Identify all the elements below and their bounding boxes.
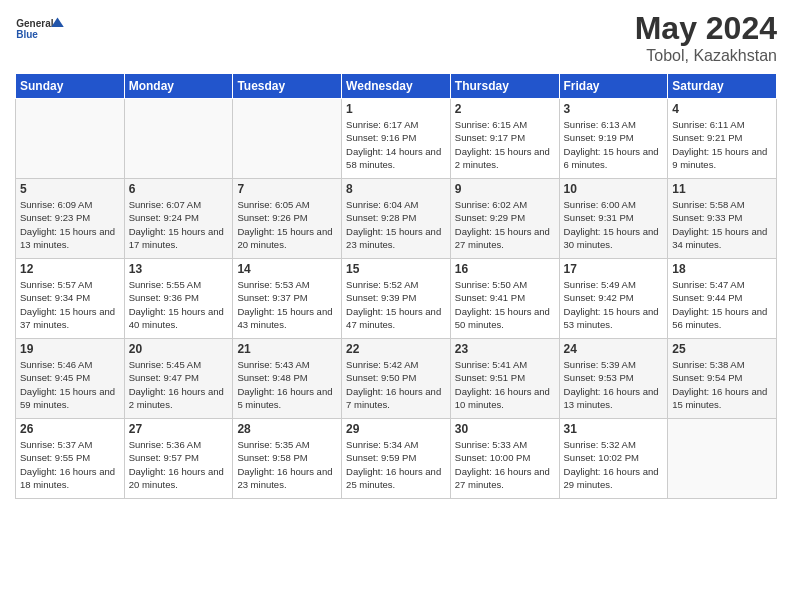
day-number: 17 <box>564 262 664 276</box>
calendar-cell: 31Sunrise: 5:32 AM Sunset: 10:02 PM Dayl… <box>559 419 668 499</box>
calendar-cell: 26Sunrise: 5:37 AM Sunset: 9:55 PM Dayli… <box>16 419 125 499</box>
calendar-week-row: 19Sunrise: 5:46 AM Sunset: 9:45 PM Dayli… <box>16 339 777 419</box>
svg-text:General: General <box>16 18 53 29</box>
day-info: Sunrise: 5:33 AM Sunset: 10:00 PM Daylig… <box>455 438 555 491</box>
day-info: Sunrise: 5:57 AM Sunset: 9:34 PM Dayligh… <box>20 278 120 331</box>
day-info: Sunrise: 5:42 AM Sunset: 9:50 PM Dayligh… <box>346 358 446 411</box>
day-info: Sunrise: 5:36 AM Sunset: 9:57 PM Dayligh… <box>129 438 229 491</box>
col-thursday: Thursday <box>450 74 559 99</box>
col-friday: Friday <box>559 74 668 99</box>
col-sunday: Sunday <box>16 74 125 99</box>
calendar-cell: 19Sunrise: 5:46 AM Sunset: 9:45 PM Dayli… <box>16 339 125 419</box>
calendar-week-row: 5Sunrise: 6:09 AM Sunset: 9:23 PM Daylig… <box>16 179 777 259</box>
day-number: 27 <box>129 422 229 436</box>
calendar-cell: 9Sunrise: 6:02 AM Sunset: 9:29 PM Daylig… <box>450 179 559 259</box>
day-number: 18 <box>672 262 772 276</box>
day-info: Sunrise: 5:53 AM Sunset: 9:37 PM Dayligh… <box>237 278 337 331</box>
day-number: 12 <box>20 262 120 276</box>
day-info: Sunrise: 6:07 AM Sunset: 9:24 PM Dayligh… <box>129 198 229 251</box>
page-container: General Blue May 2024 Tobol, Kazakhstan … <box>0 0 792 509</box>
day-info: Sunrise: 5:34 AM Sunset: 9:59 PM Dayligh… <box>346 438 446 491</box>
day-info: Sunrise: 5:32 AM Sunset: 10:02 PM Daylig… <box>564 438 664 491</box>
calendar-cell: 14Sunrise: 5:53 AM Sunset: 9:37 PM Dayli… <box>233 259 342 339</box>
calendar-cell: 11Sunrise: 5:58 AM Sunset: 9:33 PM Dayli… <box>668 179 777 259</box>
calendar-cell: 23Sunrise: 5:41 AM Sunset: 9:51 PM Dayli… <box>450 339 559 419</box>
day-info: Sunrise: 5:37 AM Sunset: 9:55 PM Dayligh… <box>20 438 120 491</box>
col-tuesday: Tuesday <box>233 74 342 99</box>
calendar-cell: 25Sunrise: 5:38 AM Sunset: 9:54 PM Dayli… <box>668 339 777 419</box>
day-number: 1 <box>346 102 446 116</box>
day-info: Sunrise: 5:43 AM Sunset: 9:48 PM Dayligh… <box>237 358 337 411</box>
day-number: 13 <box>129 262 229 276</box>
calendar-cell: 22Sunrise: 5:42 AM Sunset: 9:50 PM Dayli… <box>342 339 451 419</box>
calendar-cell: 3Sunrise: 6:13 AM Sunset: 9:19 PM Daylig… <box>559 99 668 179</box>
day-info: Sunrise: 6:05 AM Sunset: 9:26 PM Dayligh… <box>237 198 337 251</box>
day-number: 2 <box>455 102 555 116</box>
day-number: 20 <box>129 342 229 356</box>
day-number: 21 <box>237 342 337 356</box>
day-info: Sunrise: 5:49 AM Sunset: 9:42 PM Dayligh… <box>564 278 664 331</box>
calendar-cell <box>124 99 233 179</box>
day-info: Sunrise: 5:46 AM Sunset: 9:45 PM Dayligh… <box>20 358 120 411</box>
day-number: 19 <box>20 342 120 356</box>
day-info: Sunrise: 5:47 AM Sunset: 9:44 PM Dayligh… <box>672 278 772 331</box>
day-number: 5 <box>20 182 120 196</box>
calendar-cell: 27Sunrise: 5:36 AM Sunset: 9:57 PM Dayli… <box>124 419 233 499</box>
day-number: 23 <box>455 342 555 356</box>
day-number: 26 <box>20 422 120 436</box>
day-info: Sunrise: 6:15 AM Sunset: 9:17 PM Dayligh… <box>455 118 555 171</box>
day-info: Sunrise: 5:35 AM Sunset: 9:58 PM Dayligh… <box>237 438 337 491</box>
day-info: Sunrise: 5:58 AM Sunset: 9:33 PM Dayligh… <box>672 198 772 251</box>
calendar-cell: 28Sunrise: 5:35 AM Sunset: 9:58 PM Dayli… <box>233 419 342 499</box>
day-number: 24 <box>564 342 664 356</box>
calendar-cell: 24Sunrise: 5:39 AM Sunset: 9:53 PM Dayli… <box>559 339 668 419</box>
col-monday: Monday <box>124 74 233 99</box>
svg-text:Blue: Blue <box>16 29 38 40</box>
day-info: Sunrise: 6:09 AM Sunset: 9:23 PM Dayligh… <box>20 198 120 251</box>
calendar-cell: 21Sunrise: 5:43 AM Sunset: 9:48 PM Dayli… <box>233 339 342 419</box>
day-number: 8 <box>346 182 446 196</box>
day-info: Sunrise: 5:45 AM Sunset: 9:47 PM Dayligh… <box>129 358 229 411</box>
month-year-title: May 2024 <box>635 10 777 47</box>
calendar-cell: 20Sunrise: 5:45 AM Sunset: 9:47 PM Dayli… <box>124 339 233 419</box>
calendar-cell: 17Sunrise: 5:49 AM Sunset: 9:42 PM Dayli… <box>559 259 668 339</box>
day-number: 29 <box>346 422 446 436</box>
day-number: 11 <box>672 182 772 196</box>
calendar-cell: 2Sunrise: 6:15 AM Sunset: 9:17 PM Daylig… <box>450 99 559 179</box>
day-number: 31 <box>564 422 664 436</box>
calendar-cell: 5Sunrise: 6:09 AM Sunset: 9:23 PM Daylig… <box>16 179 125 259</box>
calendar-week-row: 12Sunrise: 5:57 AM Sunset: 9:34 PM Dayli… <box>16 259 777 339</box>
day-info: Sunrise: 6:04 AM Sunset: 9:28 PM Dayligh… <box>346 198 446 251</box>
day-info: Sunrise: 6:17 AM Sunset: 9:16 PM Dayligh… <box>346 118 446 171</box>
calendar-cell: 12Sunrise: 5:57 AM Sunset: 9:34 PM Dayli… <box>16 259 125 339</box>
day-number: 30 <box>455 422 555 436</box>
day-number: 25 <box>672 342 772 356</box>
day-info: Sunrise: 5:55 AM Sunset: 9:36 PM Dayligh… <box>129 278 229 331</box>
calendar-cell: 7Sunrise: 6:05 AM Sunset: 9:26 PM Daylig… <box>233 179 342 259</box>
calendar-cell: 1Sunrise: 6:17 AM Sunset: 9:16 PM Daylig… <box>342 99 451 179</box>
location-subtitle: Tobol, Kazakhstan <box>635 47 777 65</box>
calendar-cell <box>668 419 777 499</box>
calendar-cell: 13Sunrise: 5:55 AM Sunset: 9:36 PM Dayli… <box>124 259 233 339</box>
calendar-cell: 18Sunrise: 5:47 AM Sunset: 9:44 PM Dayli… <box>668 259 777 339</box>
day-number: 14 <box>237 262 337 276</box>
day-info: Sunrise: 6:13 AM Sunset: 9:19 PM Dayligh… <box>564 118 664 171</box>
day-info: Sunrise: 5:39 AM Sunset: 9:53 PM Dayligh… <box>564 358 664 411</box>
calendar-cell <box>233 99 342 179</box>
calendar-cell: 15Sunrise: 5:52 AM Sunset: 9:39 PM Dayli… <box>342 259 451 339</box>
title-block: May 2024 Tobol, Kazakhstan <box>635 10 777 65</box>
calendar-cell: 16Sunrise: 5:50 AM Sunset: 9:41 PM Dayli… <box>450 259 559 339</box>
day-info: Sunrise: 6:00 AM Sunset: 9:31 PM Dayligh… <box>564 198 664 251</box>
logo: General Blue <box>15 10 65 50</box>
calendar-cell: 10Sunrise: 6:00 AM Sunset: 9:31 PM Dayli… <box>559 179 668 259</box>
day-number: 6 <box>129 182 229 196</box>
day-number: 16 <box>455 262 555 276</box>
day-number: 22 <box>346 342 446 356</box>
calendar-cell: 6Sunrise: 6:07 AM Sunset: 9:24 PM Daylig… <box>124 179 233 259</box>
calendar-table: Sunday Monday Tuesday Wednesday Thursday… <box>15 73 777 499</box>
day-info: Sunrise: 6:11 AM Sunset: 9:21 PM Dayligh… <box>672 118 772 171</box>
day-number: 7 <box>237 182 337 196</box>
calendar-cell: 30Sunrise: 5:33 AM Sunset: 10:00 PM Dayl… <box>450 419 559 499</box>
day-number: 15 <box>346 262 446 276</box>
calendar-cell <box>16 99 125 179</box>
